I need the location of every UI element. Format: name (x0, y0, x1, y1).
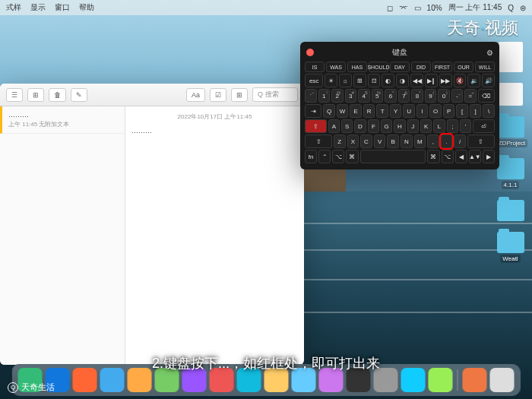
key[interactable]: / (454, 135, 466, 148)
key[interactable]: HAS (347, 62, 367, 72)
key[interactable]: ☼ (339, 74, 352, 87)
key[interactable]: ; (447, 119, 458, 133)
key[interactable]: W (337, 104, 349, 118)
key[interactable]: OUR (454, 62, 473, 72)
compose-icon[interactable]: ✎ (71, 88, 87, 102)
key[interactable]: ⌫ (478, 89, 495, 103)
dock-app-icon[interactable] (401, 368, 426, 392)
key[interactable]: H (394, 119, 405, 133)
key[interactable]: ⇪ (305, 119, 327, 133)
menu-item[interactable]: 帮助 (79, 2, 94, 13)
key[interactable]: ] (470, 104, 482, 118)
key[interactable]: SHOULD (369, 62, 388, 72)
format-button[interactable]: Aa (186, 88, 205, 102)
key[interactable]: P (443, 104, 455, 118)
key[interactable]: ⇥ (305, 104, 321, 118)
key[interactable]: I (416, 104, 429, 118)
control-center-icon[interactable]: ⊜ (520, 4, 526, 12)
key[interactable]: N (401, 135, 413, 148)
key[interactable]: FIRST (432, 62, 452, 72)
dock-app-icon[interactable] (128, 368, 152, 392)
key[interactable]: ⇧ (305, 135, 332, 148)
key[interactable]: ⌥ (442, 150, 454, 163)
key[interactable]: 4$ (358, 89, 370, 103)
key[interactable]: \ (483, 104, 495, 118)
key[interactable]: IS (305, 62, 325, 72)
wifi-icon[interactable]: ⌤ (399, 4, 408, 12)
key[interactable]: DID (411, 62, 431, 72)
key[interactable]: E (350, 104, 362, 118)
key[interactable]: ◀◀ (410, 74, 423, 87)
key[interactable]: ⌥ (332, 150, 344, 163)
key[interactable]: ▶ (483, 150, 495, 163)
key[interactable]: D (354, 119, 366, 133)
key[interactable]: . (441, 135, 453, 148)
key[interactable]: ⌘ (427, 150, 439, 163)
dock-app-icon[interactable] (490, 368, 515, 392)
key[interactable]: ▶▶ (439, 74, 452, 87)
key[interactable]: C (360, 135, 372, 148)
key[interactable]: K (420, 119, 432, 133)
key[interactable]: B (387, 135, 399, 148)
key[interactable]: 🔉 (467, 74, 480, 87)
key[interactable]: ⊞ (353, 74, 366, 87)
key[interactable]: U (403, 104, 415, 118)
dock-app-icon[interactable] (429, 368, 453, 392)
key[interactable]: ◐ (382, 74, 394, 87)
key[interactable]: 9( (425, 89, 437, 103)
key[interactable]: 2@ (331, 89, 344, 103)
key[interactable]: ⊡ (368, 74, 381, 87)
key[interactable]: Y (390, 104, 402, 118)
key[interactable]: =+ (464, 89, 477, 103)
notes-editor[interactable]: 2022年10月17日 上午11:45 ……… (125, 106, 304, 365)
key[interactable]: ▲▼ (469, 150, 481, 163)
key[interactable]: -_ (451, 89, 464, 103)
key[interactable]: WILL (475, 62, 495, 72)
key[interactable]: ◑ (396, 74, 409, 87)
key[interactable]: L (433, 119, 445, 133)
key[interactable]: ☀ (325, 74, 337, 87)
key[interactable]: 8* (411, 89, 423, 103)
checklist-icon[interactable]: ☑ (210, 88, 226, 102)
table-icon[interactable]: ⊞ (231, 88, 248, 102)
note-list-item[interactable]: ……… 上午 11:45 无附加文本 (0, 106, 125, 134)
key[interactable]: T (376, 104, 388, 118)
key[interactable]: [ (456, 104, 468, 118)
key[interactable]: DAY (390, 62, 410, 72)
view-grid-icon[interactable]: ⊞ (27, 88, 44, 102)
key[interactable]: R (363, 104, 375, 118)
search-icon[interactable]: Q (508, 4, 514, 12)
key[interactable]: A (328, 119, 340, 133)
gear-icon[interactable]: ⚙ (486, 49, 493, 57)
key[interactable]: 3# (345, 89, 357, 103)
key[interactable]: ◀ (455, 150, 467, 163)
key[interactable]: V (374, 135, 386, 148)
key[interactable]: ⇧ (467, 135, 495, 148)
key[interactable]: X (347, 135, 359, 148)
key[interactable]: Z (334, 135, 346, 148)
menu-item[interactable]: 窗口 (55, 2, 70, 13)
desktop-folder[interactable]: Weatl (493, 232, 527, 263)
key[interactable]: O (429, 104, 442, 118)
key[interactable]: 🔊 (482, 74, 495, 87)
key[interactable]: 7& (398, 89, 410, 103)
desktop-folder[interactable] (493, 200, 527, 221)
key[interactable]: esc (305, 74, 323, 87)
key[interactable]: WAS (326, 62, 346, 72)
key[interactable]: `~ (305, 89, 317, 103)
key[interactable]: M (414, 135, 426, 148)
search-input[interactable]: Q 搜索 (252, 87, 298, 102)
key[interactable]: S (341, 119, 353, 133)
key[interactable]: J (407, 119, 419, 133)
key[interactable] (360, 150, 426, 163)
key[interactable]: G (381, 119, 392, 133)
menu-item[interactable]: 式样 (6, 2, 21, 13)
key[interactable]: ▶‖ (425, 74, 438, 87)
key[interactable]: 6^ (385, 89, 397, 103)
menu-item[interactable]: 显示 (30, 2, 46, 13)
close-icon[interactable] (306, 49, 314, 56)
key[interactable]: 🔇 (454, 74, 467, 87)
key[interactable]: ⌘ (346, 150, 358, 163)
dock-app-icon[interactable] (73, 368, 97, 392)
dock-app-icon[interactable] (100, 368, 125, 392)
